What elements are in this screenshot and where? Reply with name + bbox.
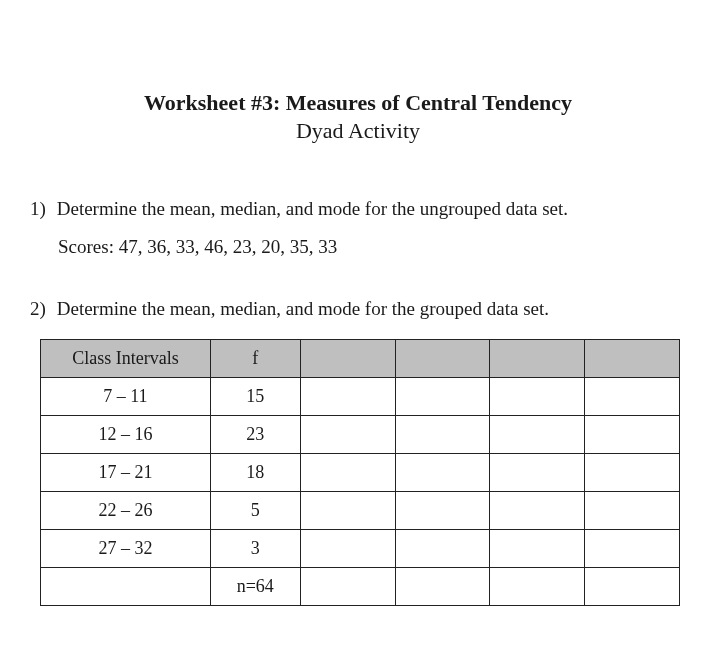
header-blank-2 — [395, 339, 490, 377]
cell-f: 18 — [210, 453, 300, 491]
header-blank-4 — [585, 339, 680, 377]
table-row: 22 – 26 5 — [41, 491, 680, 529]
table-row: 17 – 21 18 — [41, 453, 680, 491]
cell-blank — [490, 415, 585, 453]
worksheet-page: Worksheet #3: Measures of Central Tenden… — [0, 0, 716, 636]
cell-blank — [490, 453, 585, 491]
header-f: f — [210, 339, 300, 377]
cell-interval: 22 – 26 — [41, 491, 211, 529]
cell-blank — [300, 453, 395, 491]
cell-interval: 17 – 21 — [41, 453, 211, 491]
table-row: 27 – 32 3 — [41, 529, 680, 567]
cell-f-total: n=64 — [210, 567, 300, 605]
cell-blank — [585, 491, 680, 529]
cell-blank — [585, 377, 680, 415]
cell-blank — [585, 567, 680, 605]
scores-values: 47, 36, 33, 46, 23, 20, 35, 33 — [119, 236, 338, 257]
header-blank-3 — [490, 339, 585, 377]
question-1-scores: Scores: 47, 36, 33, 46, 23, 20, 35, 33 — [58, 236, 686, 258]
table-row: 7 – 11 15 — [41, 377, 680, 415]
worksheet-subtitle: Dyad Activity — [30, 118, 686, 144]
question-1-number: 1) — [30, 194, 52, 224]
cell-blank — [395, 529, 490, 567]
cell-blank — [585, 453, 680, 491]
cell-interval: 27 – 32 — [41, 529, 211, 567]
cell-blank — [490, 529, 585, 567]
cell-blank — [300, 529, 395, 567]
cell-f: 23 — [210, 415, 300, 453]
cell-blank — [585, 415, 680, 453]
cell-f: 3 — [210, 529, 300, 567]
cell-blank — [395, 415, 490, 453]
cell-blank — [395, 491, 490, 529]
table-total-row: n=64 — [41, 567, 680, 605]
cell-blank — [300, 491, 395, 529]
cell-interval: 12 – 16 — [41, 415, 211, 453]
scores-label: Scores: — [58, 236, 114, 257]
question-1-text: Determine the mean, median, and mode for… — [57, 198, 568, 219]
cell-blank — [300, 567, 395, 605]
cell-blank — [395, 567, 490, 605]
frequency-table: Class Intervals f 7 – 11 15 12 – 16 23 — [40, 339, 680, 606]
cell-f: 5 — [210, 491, 300, 529]
cell-interval-total — [41, 567, 211, 605]
table-header-row: Class Intervals f — [41, 339, 680, 377]
cell-interval: 7 – 11 — [41, 377, 211, 415]
cell-blank — [490, 567, 585, 605]
cell-blank — [395, 377, 490, 415]
worksheet-title: Worksheet #3: Measures of Central Tenden… — [30, 90, 686, 116]
cell-blank — [300, 377, 395, 415]
title-block: Worksheet #3: Measures of Central Tenden… — [30, 90, 686, 144]
header-class-intervals: Class Intervals — [41, 339, 211, 377]
cell-blank — [395, 453, 490, 491]
cell-f: 15 — [210, 377, 300, 415]
cell-blank — [490, 491, 585, 529]
question-2: 2) Determine the mean, median, and mode … — [30, 294, 686, 324]
cell-blank — [585, 529, 680, 567]
question-2-text: Determine the mean, median, and mode for… — [57, 298, 549, 319]
header-blank-1 — [300, 339, 395, 377]
table-row: 12 – 16 23 — [41, 415, 680, 453]
question-2-number: 2) — [30, 294, 52, 324]
cell-blank — [490, 377, 585, 415]
question-1: 1) Determine the mean, median, and mode … — [30, 194, 686, 224]
cell-blank — [300, 415, 395, 453]
